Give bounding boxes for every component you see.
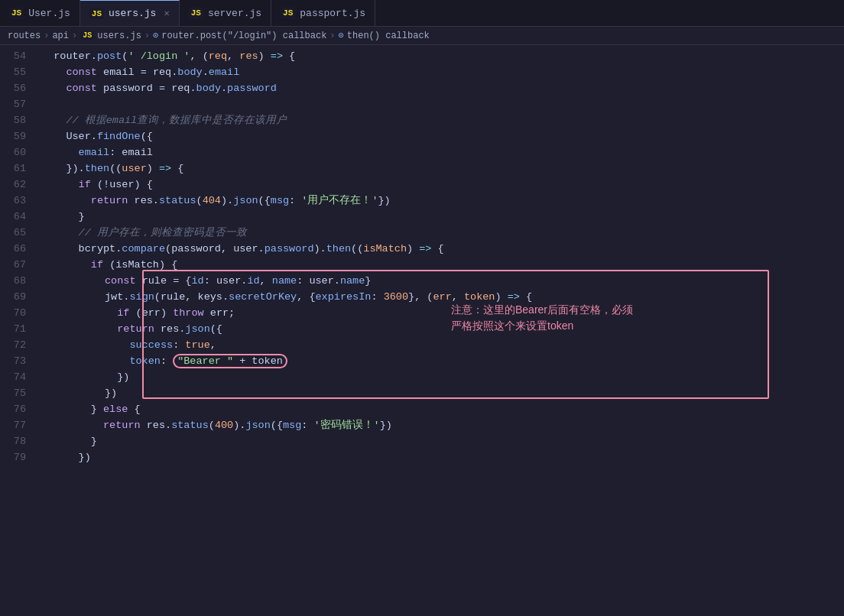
code-line-54: router.post(' /login ', (req, res) => {: [41, 48, 844, 64]
code-editor[interactable]: router.post(' /login ', (req, res) => { …: [38, 45, 844, 616]
code-line-78: }: [41, 433, 844, 449]
js-icon-user: JS: [9, 8, 24, 18]
js-icon-server: JS: [189, 8, 203, 18]
breadcrumb-api: api: [52, 31, 69, 41]
tab-label-passport: passport.js: [300, 8, 365, 19]
code-container: 54 55 56 57 58 59 60 61 62 63 64 65 66 6…: [0, 45, 844, 616]
js-icon-users: JS: [89, 8, 104, 19]
code-line-67: if (isMatch) {: [41, 257, 844, 273]
code-line-79: }): [41, 449, 844, 465]
code-line-72: success: true,: [43, 337, 844, 353]
breadcrumb-post: router.post("/login") callback: [161, 31, 326, 41]
tab-label-user: User.js: [28, 8, 70, 19]
code-line-73: token: "Bearer " + token: [43, 353, 844, 369]
code-line-76: } else {: [41, 401, 844, 417]
breadcrumb-then: then() callback: [347, 31, 430, 41]
tab-passport-js[interactable]: JS passport.js: [271, 0, 375, 26]
code-line-60: email: email: [41, 144, 844, 160]
line-numbers: 54 55 56 57 58 59 60 61 62 63 64 65 66 6…: [0, 45, 38, 616]
tab-user-js[interactable]: JS User.js: [0, 0, 80, 26]
code-line-55: const email = req.body.email: [41, 64, 844, 80]
code-line-61: }).then((user) => {: [41, 160, 844, 177]
code-line-75: }): [43, 385, 844, 401]
close-tab-icon[interactable]: ✕: [164, 8, 169, 19]
breadcrumb-routes: routes: [8, 31, 41, 41]
code-line-74: }): [43, 369, 844, 385]
breadcrumb: routes › api › JS users.js › ⊙ router.po…: [0, 27, 844, 45]
code-line-77: return res.status(400).json({msg: '密码错误！…: [41, 417, 844, 433]
tab-bar: JS User.js JS users.js ✕ JS server.js JS…: [0, 0, 844, 27]
tab-server-js[interactable]: JS server.js: [180, 0, 271, 26]
annotation-text: 注意：这里的Bearer后面有空格，必须严格按照这个来设置token: [451, 302, 742, 334]
code-line-68: const rule = {id: user.id, name: user.na…: [43, 273, 844, 289]
code-line-56: const password = req.body.password: [41, 80, 844, 96]
breadcrumb-js-badge: JS: [80, 31, 94, 40]
code-line-57: [41, 96, 844, 112]
tab-label-users: users.js: [109, 8, 156, 19]
code-line-58: // 根据email查询，数据库中是否存在该用户: [41, 112, 844, 128]
tab-label-server: server.js: [208, 8, 261, 19]
code-line-66: bcrypt.compare(password, user.password).…: [41, 241, 844, 257]
breadcrumb-file: users.js: [97, 31, 141, 41]
js-icon-passport: JS: [281, 8, 295, 18]
tab-users-js[interactable]: JS users.js ✕: [80, 0, 180, 26]
code-line-64: }: [41, 209, 844, 225]
breadcrumb-then-icon: ⊙: [339, 30, 344, 41]
code-line-63: return res.status(404).json({msg: '用户不存在…: [41, 193, 844, 209]
breadcrumb-func-icon: ⊙: [153, 30, 158, 41]
code-line-59: User.findOne({: [41, 128, 844, 144]
code-line-65: // 用户存在，则检查密码是否一致: [41, 225, 844, 241]
code-line-62: if (!user) {: [41, 177, 844, 193]
